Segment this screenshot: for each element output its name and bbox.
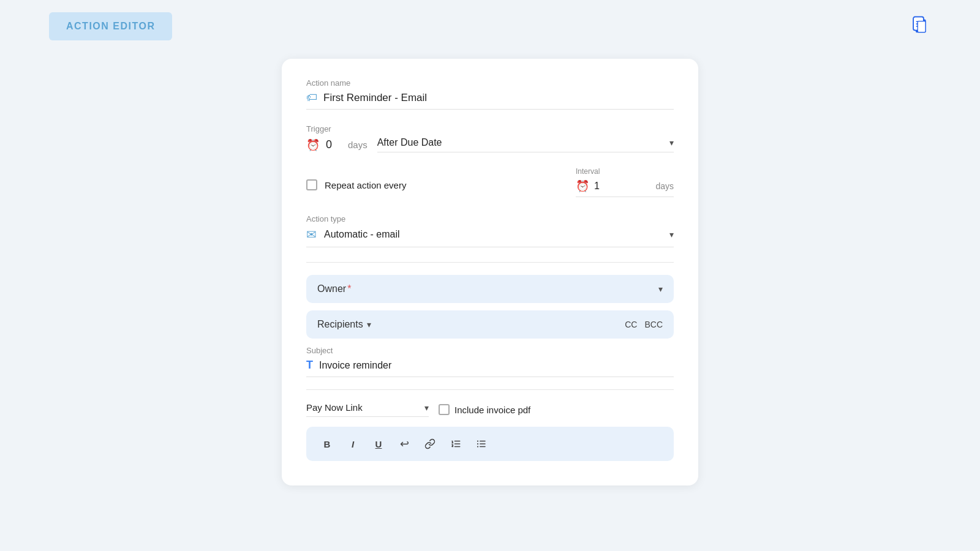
svg-point-11 — [477, 440, 478, 441]
trigger-clock-icon: ⏰ — [306, 138, 320, 152]
owner-required-star: * — [347, 283, 351, 294]
mail-icon: ✉ — [306, 227, 317, 242]
owner-chevron-icon: ▾ — [658, 284, 663, 294]
tag-icon: 🏷 — [306, 91, 317, 104]
undo-button[interactable]: ↩ — [396, 435, 413, 452]
copy-icon-button[interactable] — [911, 15, 931, 37]
interval-row: ⏰ 1 days — [576, 179, 674, 197]
trigger-number: 0 — [326, 138, 338, 151]
bold-button[interactable]: B — [318, 435, 336, 452]
editor-toolbar: B I U ↩ — [306, 427, 674, 461]
pay-link-row: Pay Now Link ▾ Include invoice pdf — [306, 402, 674, 417]
header: ACTION EDITOR — [0, 0, 980, 53]
action-type-value: Automatic - email — [324, 229, 662, 240]
pay-now-link-dropdown[interactable]: Pay Now Link ▾ — [306, 402, 429, 417]
bcc-button[interactable]: BCC — [644, 320, 663, 329]
recipients-right: CC BCC — [625, 320, 663, 329]
subject-row: T Invoice reminder — [306, 359, 674, 377]
recipients-chevron-icon: ▾ — [367, 320, 371, 329]
trigger-dropdown[interactable]: After Due Date ▾ — [377, 137, 674, 152]
trigger-chevron-icon: ▾ — [669, 138, 674, 148]
include-pdf-label: Include invoice pdf — [454, 405, 530, 415]
subject-section: Subject T Invoice reminder — [306, 346, 674, 377]
trigger-option-label: After Due Date — [377, 137, 442, 148]
action-name-row: 🏷 First Reminder - Email — [306, 91, 674, 110]
cc-button[interactable]: CC — [625, 320, 637, 329]
divider-2 — [306, 389, 674, 390]
recipients-dropdown[interactable]: Recipients ▾ CC BCC — [306, 310, 674, 339]
repeat-checkbox[interactable] — [306, 179, 317, 190]
action-name-section: Action name 🏷 First Reminder - Email — [306, 78, 674, 110]
underline-button[interactable]: U — [370, 435, 387, 452]
action-type-row[interactable]: ✉ Automatic - email ▾ — [306, 227, 674, 247]
interval-number: 1 — [594, 181, 650, 192]
action-name-value: First Reminder - Email — [323, 92, 427, 104]
ordered-list-button[interactable] — [447, 435, 464, 452]
include-pdf-checkbox[interactable] — [439, 404, 450, 415]
divider-1 — [306, 262, 674, 263]
action-editor-title: ACTION EDITOR — [49, 12, 172, 40]
link-button[interactable] — [421, 435, 439, 452]
repeat-label: Repeat action every — [325, 180, 406, 190]
italic-button[interactable]: I — [344, 435, 361, 452]
trigger-label: Trigger — [306, 124, 674, 133]
pay-now-link-label: Pay Now Link — [306, 402, 420, 413]
svg-point-12 — [477, 443, 478, 444]
t-icon: T — [306, 359, 313, 372]
action-type-chevron-icon: ▾ — [669, 230, 674, 239]
editor-card: Action name 🏷 First Reminder - Email Tri… — [282, 59, 698, 485]
trigger-row: ⏰ 0 days After Due Date ▾ — [306, 137, 674, 152]
owner-label: Owner* — [317, 283, 351, 294]
interval-label: Interval — [576, 167, 600, 176]
include-pdf-section: Include invoice pdf — [439, 404, 530, 415]
action-type-section: Action type ✉ Automatic - email ▾ — [306, 214, 674, 247]
recipients-label: Recipients — [317, 319, 363, 330]
repeat-left: Repeat action every — [306, 179, 406, 190]
svg-point-13 — [477, 446, 478, 447]
recipients-left: Recipients ▾ — [317, 319, 371, 330]
interval-box: Interval ⏰ 1 days — [576, 167, 674, 197]
interval-clock-icon: ⏰ — [576, 179, 589, 193]
action-name-label: Action name — [306, 78, 674, 88]
svg-rect-4 — [918, 21, 925, 32]
unordered-list-button[interactable] — [473, 435, 490, 452]
subject-value: Invoice reminder — [319, 360, 391, 371]
subject-label: Subject — [306, 346, 674, 355]
repeat-section: Repeat action every Interval ⏰ 1 days — [306, 167, 674, 197]
owner-dropdown[interactable]: Owner* ▾ — [306, 275, 674, 303]
trigger-section: Trigger ⏰ 0 days After Due Date ▾ — [306, 124, 674, 152]
action-type-label: Action type — [306, 214, 674, 223]
pay-now-link-chevron-icon: ▾ — [424, 403, 429, 413]
interval-days-label: days — [655, 181, 674, 191]
trigger-days-label: days — [348, 140, 368, 150]
